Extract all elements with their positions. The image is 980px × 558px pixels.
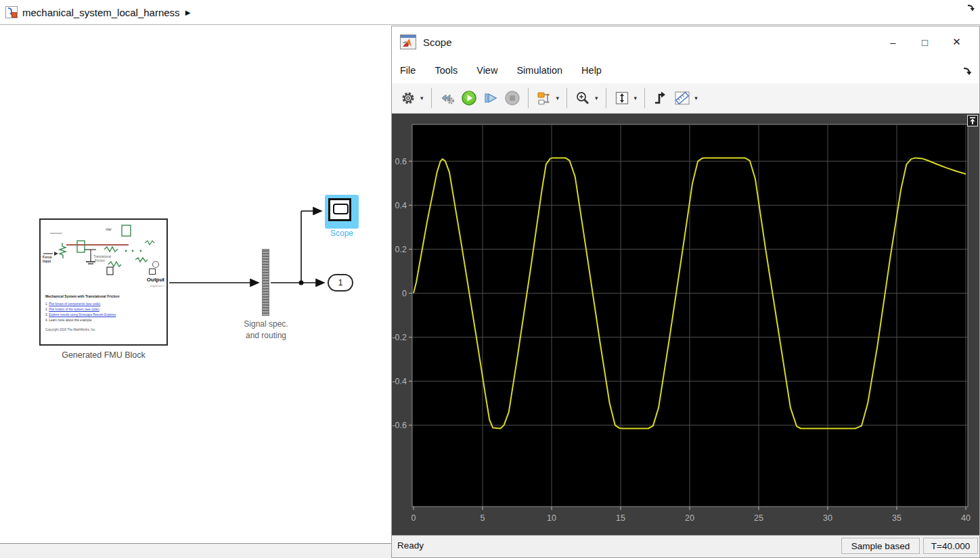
ytick-label: -0.4 — [392, 377, 407, 386]
scope-titlebar[interactable]: Scope – □ ✕ — [392, 26, 979, 57]
ytick-label: -0.6 — [392, 421, 407, 430]
xtick-label: 15 — [616, 513, 625, 523]
step-back-icon[interactable] — [437, 87, 458, 109]
scope-window: Scope – □ ✕ File Tools View Simulation H… — [391, 26, 980, 558]
fmu-list-item: 2. Plot motion of the system (see code) — [45, 307, 116, 312]
fit-dropdown-caret[interactable]: ▾ — [634, 95, 638, 101]
zoom-dropdown-caret[interactable]: ▾ — [595, 95, 598, 101]
xtick-label: 5 — [481, 513, 485, 523]
fit-to-view-icon[interactable] — [612, 87, 632, 109]
wire-branch-to-scope[interactable] — [301, 211, 321, 283]
ytick-label: 0 — [402, 289, 407, 298]
scope-block[interactable] — [328, 198, 351, 221]
generated-fmu-block[interactable]: Var Force Input Translational Friction O… — [39, 218, 168, 346]
sim-time-cell: T=40.000 — [923, 538, 978, 554]
window-title: Scope — [423, 37, 452, 48]
scope-toolbar: ▾ — [392, 83, 979, 114]
scope-plot-region[interactable]: 0.60.40.20-0.2-0.4-0.60510152025303540 — [392, 114, 979, 535]
expand-toolbar-button[interactable] — [967, 115, 978, 126]
fmu-mini-port-glyph — [149, 269, 156, 275]
scope-block-screen-icon — [333, 204, 349, 214]
xtick-label: 20 — [685, 513, 694, 523]
toolbar-separator — [606, 88, 606, 108]
toolbar-separator — [644, 88, 645, 108]
svg-text:Input: Input — [43, 259, 51, 263]
zoom-in-icon[interactable] — [573, 87, 593, 109]
settings-gear-icon[interactable] — [398, 87, 418, 109]
menu-view[interactable]: View — [476, 65, 497, 76]
menu-file[interactable]: File — [400, 65, 416, 76]
fmu-output-port-label: Output — [147, 277, 164, 283]
menu-help[interactable]: Help — [581, 65, 602, 76]
stop-icon[interactable] — [502, 87, 522, 109]
fmu-mini-friction-label: Translational — [93, 255, 111, 258]
fmu-copyright: Copyright 2016 The MathWorks, Inc. — [45, 328, 96, 331]
simulink-model-icon — [5, 6, 18, 18]
scope-statusbar: Ready Sample based T=40.000 — [392, 535, 979, 557]
xtick-label: 35 — [892, 513, 901, 523]
measurements-dropdown-caret[interactable]: ▾ — [694, 95, 698, 101]
signal-spec-label[interactable]: Signal spec. and routing — [219, 319, 313, 342]
step-forward-icon[interactable] — [481, 87, 501, 109]
breadcrumb-caret-icon[interactable]: ▶ — [185, 9, 191, 16]
fmu-link[interactable]: Plot motion of the system (see code) — [49, 308, 99, 311]
cursor-measurements-icon[interactable] — [672, 87, 692, 109]
status-text: Ready — [397, 540, 424, 551]
xtick-label: 10 — [547, 513, 556, 523]
svg-text:Friction: Friction — [95, 259, 106, 262]
toolbar-separator — [431, 88, 432, 108]
xtick-label: 40 — [961, 513, 971, 523]
toolbar-separator — [528, 88, 529, 108]
signal-layout-icon[interactable] — [534, 87, 554, 109]
menu-tools[interactable]: Tools — [435, 65, 458, 76]
scope-block-label[interactable]: Scope — [308, 229, 376, 238]
maximize-button[interactable]: □ — [909, 28, 941, 55]
xtick-label: 30 — [823, 513, 832, 523]
breadcrumb[interactable]: mechanical_system_local_harness — [22, 7, 180, 18]
ytick-label: -0.2 — [392, 333, 407, 342]
outport-1[interactable]: 1 — [328, 274, 353, 292]
run-icon[interactable] — [459, 87, 479, 109]
fmu-output-port-sublabel: Digital out 1 — [150, 284, 164, 287]
signal-spec-block[interactable] — [262, 249, 269, 316]
fmu-list-item: 4. Learn more about this example — [45, 318, 116, 323]
fmu-link[interactable]: Explore results using Simscape Results E… — [49, 313, 116, 317]
fmu-block-label[interactable]: Generated FMU Block — [36, 350, 171, 360]
scope-menubar: File Tools View Simulation Help — [392, 57, 979, 83]
wire-junction-dot — [299, 281, 304, 285]
close-button[interactable]: ✕ — [941, 28, 973, 55]
fmu-mini-var-label: Var — [106, 227, 112, 231]
scope-block-selection-halo — [325, 195, 359, 229]
signal-layout-dropdown-caret[interactable]: ▾ — [556, 95, 560, 101]
minimize-button[interactable]: – — [877, 28, 909, 55]
hide-panel-arrow-icon[interactable] — [966, 3, 976, 12]
fmu-description-heading: Mechanical System with Translational Fri… — [45, 294, 119, 298]
menu-simulation[interactable]: Simulation — [516, 65, 562, 76]
simulink-breadcrumb-bar: mechanical_system_local_harness ▶ — [0, 0, 980, 25]
matlab-window-icon — [400, 34, 416, 49]
trigger-icon[interactable] — [650, 87, 671, 109]
xtick-label: 25 — [754, 513, 763, 523]
settings-dropdown-caret[interactable]: ▾ — [420, 95, 424, 101]
fmu-list-item: 1. Plot forces of components (see code) — [45, 302, 116, 307]
fmu-description-list: 1. Plot forces of components (see code) … — [45, 302, 116, 323]
sample-mode-cell: Sample based — [841, 538, 920, 554]
fmu-link[interactable]: Plot forces of components (see code) — [49, 302, 100, 306]
ytick-label: 0.2 — [395, 245, 407, 254]
ytick-label: 0.6 — [395, 157, 407, 166]
toolbar-separator — [566, 88, 567, 108]
scope-plot[interactable]: 0.60.40.20-0.2-0.4-0.60510152025303540 — [392, 114, 979, 535]
fmu-list-item: 3. Explore results using Simscape Result… — [45, 312, 116, 318]
ytick-label: 0.4 — [395, 201, 407, 210]
xtick-label: 0 — [411, 513, 416, 523]
dock-scope-icon[interactable] — [962, 66, 973, 76]
